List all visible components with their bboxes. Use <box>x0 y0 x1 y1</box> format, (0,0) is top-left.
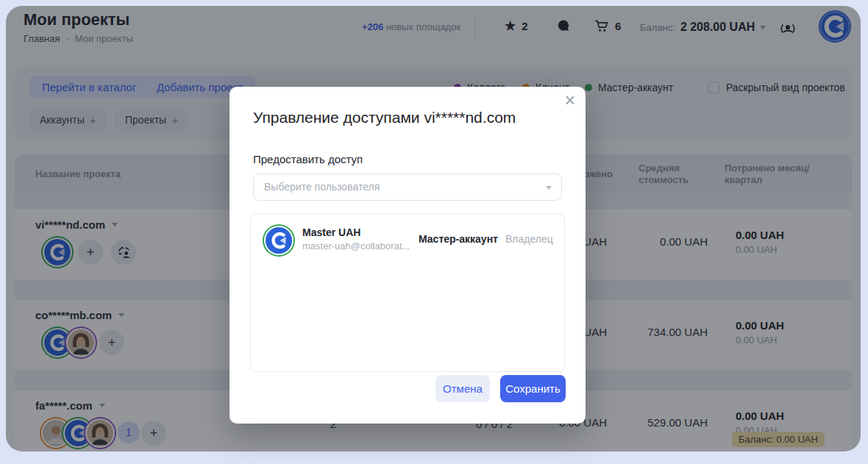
page: Мои проекты Главная · Мои проекты +206 н… <box>0 0 868 464</box>
chevron-down-icon <box>546 186 552 190</box>
user-role: Мастер-аккаунт <box>419 233 498 245</box>
modal-title: Управление доступами vi*****nd.com <box>253 109 516 126</box>
cancel-button[interactable]: Отмена <box>435 375 490 402</box>
user-email: master-uah@collaborat... <box>302 240 410 251</box>
user-select-placeholder: Выберите пользователя <box>264 181 380 193</box>
close-icon[interactable]: × <box>564 91 575 110</box>
save-button[interactable]: Сохранить <box>500 375 566 402</box>
avatar <box>266 227 292 254</box>
users-list: Master UAH master-uah@collaborat... Маст… <box>250 213 565 372</box>
user-name: Master UAH <box>302 226 360 238</box>
user-status: Владелец <box>505 233 553 245</box>
grant-access-label: Предоставить доступ <box>253 153 363 165</box>
access-management-modal: × Управление доступами vi*****nd.com Пре… <box>230 87 586 424</box>
user-select[interactable]: Выберите пользователя <box>253 174 562 201</box>
